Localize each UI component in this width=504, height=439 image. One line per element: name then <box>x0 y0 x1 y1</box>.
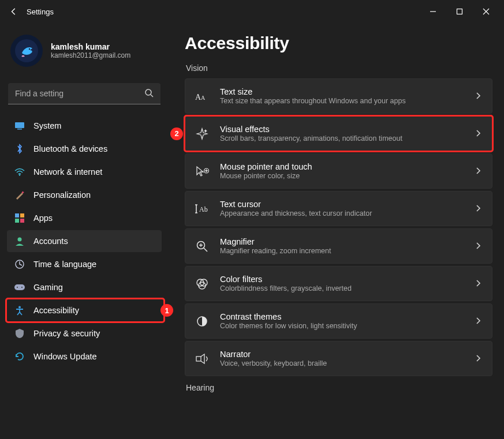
card-color-filters[interactable]: Color filters Colorblindness filters, gr… <box>185 266 492 301</box>
windows-update-icon <box>14 351 25 362</box>
card-contrast[interactable]: Contrast themes Color themes for low vis… <box>185 303 492 339</box>
svg-rect-6 <box>15 122 24 128</box>
svg-rect-13 <box>20 219 24 223</box>
sidebar-item-accounts[interactable]: Accounts <box>7 230 162 252</box>
accessibility-icon <box>14 305 25 316</box>
chevron-right-icon <box>475 129 481 139</box>
minimize-button[interactable] <box>420 2 446 21</box>
card-title: Narrator <box>220 350 327 359</box>
text-size-icon: AA <box>195 89 210 104</box>
chevron-right-icon <box>475 279 481 289</box>
chevron-right-icon <box>475 204 481 214</box>
card-subtitle: Text size that appears throughout Window… <box>220 97 406 105</box>
card-subtitle: Color themes for low vision, light sensi… <box>220 322 357 330</box>
search-icon <box>144 88 154 100</box>
card-title: Magnifier <box>220 237 331 246</box>
sidebar-item-accessibility[interactable]: Accessibility1 <box>7 299 162 321</box>
back-button[interactable] <box>5 2 23 21</box>
card-title: Contrast themes <box>220 312 357 321</box>
close-button[interactable] <box>473 2 499 21</box>
profile-email: kamlesh2011@gmail.com <box>51 51 130 59</box>
sidebar-item-time-language[interactable]: Time & language <box>7 253 162 275</box>
sidebar-item-label: System <box>33 121 61 130</box>
chevron-right-icon <box>475 91 481 102</box>
maximize-button[interactable] <box>446 2 473 21</box>
apps-icon <box>14 212 25 224</box>
card-title: Mouse pointer and touch <box>220 162 312 171</box>
card-title: Text cursor <box>220 200 372 209</box>
sidebar-item-label: Bluetooth & devices <box>33 144 107 153</box>
sidebar-item-label: Network & internet <box>33 167 102 177</box>
svg-rect-12 <box>15 219 19 223</box>
color-filters-icon <box>195 276 210 291</box>
personalization-icon <box>14 189 25 201</box>
mouse-pointer-icon <box>195 164 210 179</box>
card-mouse-pointer[interactable]: Mouse pointer and touch Mouse pointer co… <box>185 153 492 189</box>
titlebar: Settings <box>0 0 504 23</box>
sidebar-item-system[interactable]: System <box>7 115 162 137</box>
profile-block[interactable]: kamlesh kumar kamlesh2011@gmail.com <box>7 29 162 73</box>
svg-rect-7 <box>17 129 22 130</box>
text-cursor-icon: Ab <box>195 201 210 216</box>
card-subtitle: Voice, verbosity, keyboard, braille <box>220 359 327 367</box>
svg-rect-11 <box>20 213 24 217</box>
sidebar-item-personalization[interactable]: Personalization <box>7 184 162 206</box>
svg-point-14 <box>18 238 22 242</box>
card-text-size[interactable]: AA Text size Text size that appears thro… <box>185 78 492 114</box>
svg-rect-31 <box>196 357 201 361</box>
svg-point-17 <box>17 287 18 288</box>
section-header: Vision <box>186 63 492 73</box>
chevron-right-icon <box>475 316 481 327</box>
sidebar-item-label: Accounts <box>33 237 68 246</box>
card-title: Visual effects <box>220 125 402 134</box>
sidebar-item-label: Gaming <box>33 283 63 292</box>
sidebar-item-windows-update[interactable]: Windows Update <box>7 346 162 367</box>
main-content: Accessibility Vision AA Text size Text s… <box>169 23 504 439</box>
svg-point-18 <box>21 287 23 288</box>
page-title: Accessibility <box>185 33 492 53</box>
sidebar-item-label: Time & language <box>33 260 96 269</box>
window-title: Settings <box>27 7 54 16</box>
profile-name: kamlesh kumar <box>51 42 130 51</box>
highlight-badge: 1 <box>160 304 173 317</box>
svg-line-5 <box>151 95 153 97</box>
sidebar-item-label: Windows Update <box>33 352 97 361</box>
svg-point-3 <box>29 48 30 50</box>
card-magnifier[interactable]: Magnifier Magnifier reading, zoom increm… <box>185 228 492 264</box>
svg-rect-10 <box>15 213 19 217</box>
time-language-icon <box>14 258 25 270</box>
sidebar-item-gaming[interactable]: Gaming <box>7 276 162 298</box>
card-title: Color filters <box>220 275 352 284</box>
sidebar-item-bluetooth[interactable]: Bluetooth & devices <box>7 138 162 160</box>
sidebar-item-privacy[interactable]: Privacy & security <box>7 322 162 344</box>
sidebar-nav: System Bluetooth & devices Network & int… <box>7 115 162 367</box>
card-subtitle: Scroll bars, transparency, animations, n… <box>220 134 402 142</box>
card-narrator[interactable]: Narrator Voice, verbosity, keyboard, bra… <box>185 341 492 376</box>
highlight-box <box>5 298 165 323</box>
avatar <box>10 35 43 67</box>
svg-rect-16 <box>14 284 25 290</box>
sidebar: kamlesh kumar kamlesh2011@gmail.com Syst… <box>0 23 169 439</box>
cards-list: AA Text size Text size that appears thro… <box>185 78 492 376</box>
sidebar-item-network[interactable]: Network & internet <box>7 161 162 183</box>
magnifier-icon <box>195 239 210 254</box>
sidebar-item-apps[interactable]: Apps <box>7 207 162 229</box>
svg-point-8 <box>19 174 20 175</box>
search-container <box>8 83 160 104</box>
sidebar-item-label: Personalization <box>33 190 91 200</box>
bluetooth-icon <box>14 143 25 155</box>
sidebar-item-label: Privacy & security <box>33 329 100 338</box>
privacy-icon <box>14 328 25 339</box>
card-subtitle: Magnifier reading, zoom increment <box>220 247 331 255</box>
card-text-cursor[interactable]: Ab Text cursor Appearance and thickness,… <box>185 191 492 226</box>
svg-rect-1 <box>457 9 462 14</box>
visual-effects-icon <box>195 126 210 141</box>
system-icon <box>14 120 25 132</box>
svg-line-26 <box>204 248 207 252</box>
chevron-right-icon <box>475 241 481 252</box>
card-subtitle: Colorblindness filters, grayscale, inver… <box>220 284 352 292</box>
card-visual-effects[interactable]: Visual effects Scroll bars, transparency… <box>185 116 492 151</box>
search-input[interactable] <box>8 83 160 104</box>
contrast-icon <box>195 314 210 329</box>
sidebar-item-label: Apps <box>33 213 53 223</box>
